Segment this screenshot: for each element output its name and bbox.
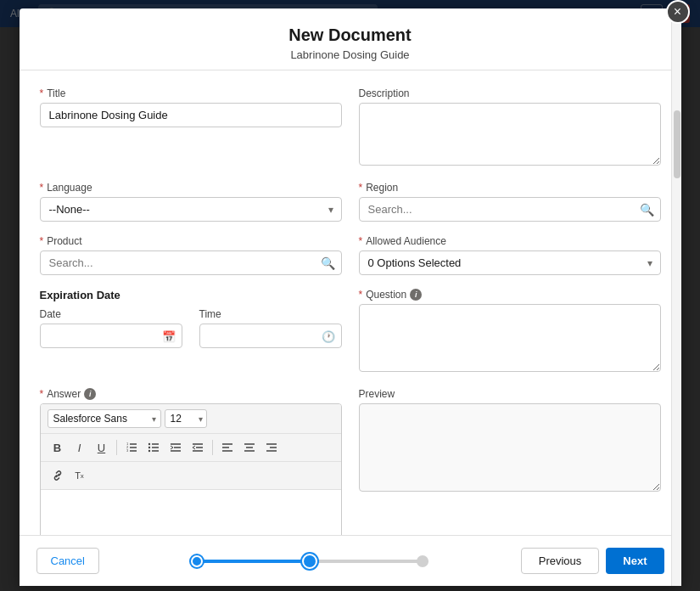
svg-point-10 xyxy=(148,450,149,452)
title-label: * Title xyxy=(40,87,342,99)
allowed-audience-select-wrapper: 0 Options Selected ▾ xyxy=(359,250,661,275)
region-search-input[interactable] xyxy=(359,197,661,222)
question-col: * Question i xyxy=(359,289,661,374)
form-row-lang-region: * Language --None-- English Spanish Fren… xyxy=(40,182,661,222)
title-field-col: * Title xyxy=(40,87,342,168)
cancel-button[interactable]: Cancel xyxy=(36,548,99,574)
modal-footer: Cancel Previous Next xyxy=(20,535,681,586)
next-button[interactable]: Next xyxy=(606,548,664,574)
date-time-row: Date 📅 Time 🕐 xyxy=(40,308,342,348)
time-input[interactable] xyxy=(199,324,342,348)
toolbar-divider-1 xyxy=(116,440,117,455)
product-field-col: * Product 🔍 xyxy=(40,235,342,275)
form-row-product-audience: * Product 🔍 * Allowed Audience xyxy=(40,235,661,275)
time-input-wrapper: 🕐 xyxy=(199,324,342,348)
font-family-select[interactable]: Salesforce Sans Arial Times New Roman xyxy=(48,409,161,428)
rich-text-editor: Salesforce Sans Arial Times New Roman ▾ … xyxy=(40,403,342,535)
previous-button[interactable]: Previous xyxy=(521,548,600,574)
scrollbar-thumb xyxy=(674,110,680,178)
preview-label: Preview xyxy=(359,388,661,400)
font-size-select-wrapper: 8 10 12 14 16 ▾ xyxy=(165,409,207,428)
question-info-icon[interactable]: i xyxy=(410,289,422,301)
allowed-audience-label: * Allowed Audience xyxy=(359,235,661,247)
time-col: Time 🕐 xyxy=(199,308,342,348)
modal-subtitle: Labrinone Dosing Guide xyxy=(36,48,664,61)
svg-point-8 xyxy=(148,447,149,448)
question-label: * Question i xyxy=(359,289,661,301)
svg-point-6 xyxy=(148,443,149,445)
indent-button[interactable] xyxy=(165,437,186,458)
modal-title: New Document xyxy=(36,25,664,45)
description-textarea[interactable] xyxy=(359,103,661,166)
modal-dialog: × New Document Labrinone Dosing Guide * … xyxy=(20,8,681,586)
answer-label: * Answer i xyxy=(40,388,342,400)
rte-toolbar-top: Salesforce Sans Arial Times New Roman ▾ … xyxy=(41,404,341,434)
expiration-col: Expiration Date Date 📅 Time xyxy=(40,289,342,374)
region-search-wrapper: 🔍 xyxy=(359,197,661,222)
font-family-select-wrapper: Salesforce Sans Arial Times New Roman ▾ xyxy=(48,409,161,428)
progress-dot-end xyxy=(417,555,428,567)
progress-dot-mid xyxy=(302,554,317,569)
modal-scrollbar[interactable] xyxy=(671,8,681,586)
date-input[interactable] xyxy=(40,324,182,348)
language-select-wrapper: --None-- English Spanish French ▾ xyxy=(40,197,342,222)
preview-textarea xyxy=(359,403,661,492)
rte-toolbar-row3: Tx xyxy=(41,462,341,490)
svg-text:3: 3 xyxy=(126,448,129,453)
expiration-label: Expiration Date xyxy=(40,289,342,301)
font-size-select[interactable]: 8 10 12 14 16 xyxy=(165,409,207,428)
time-label: Time xyxy=(199,308,342,320)
align-left-button[interactable] xyxy=(217,437,238,458)
rte-content-area[interactable] xyxy=(41,490,341,535)
description-field-col: Description xyxy=(359,87,661,168)
language-label: * Language xyxy=(40,182,342,194)
unordered-list-button[interactable] xyxy=(143,437,164,458)
modal-header: New Document Labrinone Dosing Guide xyxy=(20,8,681,70)
form-row-expiration-question: Expiration Date Date 📅 Time xyxy=(40,289,661,374)
ordered-list-button[interactable]: 1 2 3 xyxy=(121,437,142,458)
answer-info-icon[interactable]: i xyxy=(84,388,96,400)
date-col: Date 📅 xyxy=(40,308,182,348)
date-label: Date xyxy=(40,308,182,320)
italic-button[interactable]: I xyxy=(70,437,90,458)
region-label: * Region xyxy=(359,182,661,194)
allowed-audience-field-col: * Allowed Audience 0 Options Selected ▾ xyxy=(359,235,661,275)
answer-col: * Answer i Salesforce Sans Arial Times N… xyxy=(40,388,342,535)
toolbar-divider-2 xyxy=(212,440,213,455)
preview-col: Preview xyxy=(359,388,661,535)
product-label: * Product xyxy=(40,235,342,247)
underline-button[interactable]: U xyxy=(92,437,112,458)
align-center-button[interactable] xyxy=(239,437,260,458)
allowed-audience-select[interactable]: 0 Options Selected xyxy=(359,250,661,275)
form-row-title-desc: * Title Description xyxy=(40,87,661,168)
align-right-button[interactable] xyxy=(261,437,282,458)
link-button[interactable] xyxy=(48,465,68,486)
modal-overlay: × New Document Labrinone Dosing Guide * … xyxy=(0,0,700,591)
language-field-col: * Language --None-- English Spanish Fren… xyxy=(40,182,342,222)
title-input[interactable] xyxy=(40,103,342,127)
progress-dot-start xyxy=(191,555,203,567)
modal-body: * Title Description * Langua xyxy=(20,70,681,535)
question-textarea[interactable] xyxy=(359,304,661,372)
product-search-input[interactable] xyxy=(40,250,342,275)
product-search-wrapper: 🔍 xyxy=(40,250,342,275)
date-input-wrapper: 📅 xyxy=(40,324,182,348)
nav-buttons: Previous Next xyxy=(521,548,664,574)
form-row-answer-preview: * Answer i Salesforce Sans Arial Times N… xyxy=(40,388,661,535)
clear-formatting-button[interactable]: Tx xyxy=(70,465,90,486)
outdent-button[interactable] xyxy=(188,437,208,458)
region-field-col: * Region 🔍 xyxy=(359,182,661,222)
rte-toolbar-row2: B I U 1 2 3 xyxy=(41,434,341,462)
modal-close-button[interactable]: × xyxy=(666,0,690,24)
progress-line-fill xyxy=(191,560,310,563)
bold-button[interactable]: B xyxy=(48,437,68,458)
language-select[interactable]: --None-- English Spanish French xyxy=(40,197,342,222)
description-label: Description xyxy=(359,87,661,99)
